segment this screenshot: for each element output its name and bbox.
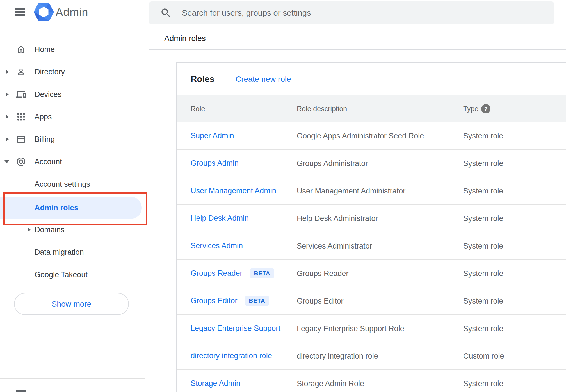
expand-arrow-icon[interactable] [6,92,9,97]
role-description: Groups Reader [297,260,349,287]
role-link[interactable]: Groups Reader [191,269,243,278]
sidebar-item-directory[interactable]: Directory [0,61,145,83]
role-link[interactable]: directory integration role [191,352,272,360]
table-row: Super Admin Google Apps Administrator Se… [177,122,566,150]
role-type: System role [463,315,503,342]
role-description: Legacy Enterprise Support Role [297,315,404,342]
admin-console-screen: Admin Search for users, groups or settin… [0,0,566,392]
beta-badge: BETA [245,296,270,306]
roles-card: Roles Create new role Role Role descript… [176,62,566,392]
sidebar-item-account-settings[interactable]: Account settings [0,173,145,195]
table-header-row: Role Role description Type ? [177,95,566,122]
table-row: Legacy Enterprise Support Legacy Enterpr… [177,315,566,342]
breadcrumb-divider [149,49,566,50]
role-link[interactable]: Legacy Enterprise Support [191,324,280,333]
sidebar-item-account[interactable]: Account [0,151,145,173]
at-sign-icon [16,157,26,167]
sidebar-item-home[interactable]: Home [0,38,145,61]
show-more-button[interactable]: Show more [14,293,129,315]
search-input[interactable]: Search for users, groups or settings [149,1,554,24]
column-header-type: Type [463,95,478,122]
role-description: directory integration role [297,342,378,370]
role-type: System role [463,177,503,205]
role-link[interactable]: User Management Admin [191,186,276,195]
column-header-role: Role [191,95,205,122]
role-type: Custom role [463,342,504,370]
expand-arrow-icon[interactable] [6,115,9,119]
role-description: Google Apps Administrator Seed Role [297,122,424,150]
expand-arrow-icon[interactable] [6,137,9,142]
sidebar-item-data-migration[interactable]: Data migration [0,241,145,263]
table-row: Groups Admin Groups Administrator System… [177,150,566,177]
person-icon [16,67,26,77]
role-description: Groups Editor [297,287,344,315]
table-row: Help Desk Admin Help Desk Administrator … [177,205,566,232]
apps-grid-icon [16,112,26,122]
role-link[interactable]: Storage Admin [191,379,240,388]
create-new-role-link[interactable]: Create new role [236,63,291,95]
role-link[interactable]: Help Desk Admin [191,214,249,223]
table-row: Groups Editor BETA Groups Editor System … [177,287,566,315]
sidebar-item-google-takeout[interactable]: Google Takeout [0,263,145,286]
card-title: Roles [191,63,214,95]
role-type: System role [463,122,503,150]
role-type: System role [463,370,503,392]
credit-card-icon [16,134,26,144]
search-placeholder: Search for users, groups or settings [182,8,311,18]
sidebar-item-billing[interactable]: Billing [0,128,145,151]
sidebar-item-apps[interactable]: Apps [0,106,145,128]
table-row: Groups Reader BETA Groups Reader System … [177,260,566,287]
role-link[interactable]: Super Admin [191,131,234,140]
role-description: User Management Administrator [297,177,405,205]
sidebar-item-devices[interactable]: Devices [0,83,145,106]
collapse-arrow-icon[interactable] [4,160,9,163]
expand-arrow-icon[interactable] [28,227,31,232]
home-icon [16,44,26,54]
role-description: Storage Admin Role [297,370,364,392]
role-type: System role [463,205,503,232]
breadcrumb: Admin roles [164,34,206,43]
role-type: System role [463,260,503,287]
role-link[interactable]: Services Admin [191,241,243,250]
sidebar-partial-icon [16,390,26,392]
roles-card-header: Roles Create new role [177,63,566,95]
role-description: Services Administrator [297,232,372,260]
role-description: Groups Administrator [297,150,368,177]
role-type: System role [463,232,503,260]
role-link[interactable]: Groups Editor [191,297,238,305]
google-admin-logo-icon [33,3,54,22]
sidebar-divider [0,378,145,379]
devices-icon [16,89,26,99]
main-menu-icon[interactable] [15,8,25,16]
table-row: Storage Admin Storage Admin Role System … [177,370,566,392]
role-type: System role [463,150,503,177]
table-body: Super Admin Google Apps Administrator Se… [177,122,566,392]
table-row: directory integration role directory int… [177,342,566,370]
beta-badge: BETA [250,268,275,278]
table-row: User Management Admin User Management Ad… [177,177,566,205]
type-help-icon[interactable]: ? [481,104,490,113]
sidebar-item-admin-roles[interactable]: Admin roles [0,197,142,219]
column-header-description: Role description [297,95,347,122]
search-icon [160,7,172,19]
app-title: Admin [56,6,88,19]
expand-arrow-icon[interactable] [6,70,9,74]
sidebar-item-domains[interactable]: Domains [0,218,145,241]
table-row: Services Admin Services Administrator Sy… [177,232,566,260]
role-link[interactable]: Groups Admin [191,159,239,168]
role-type: System role [463,287,503,315]
role-description: Help Desk Administrator [297,205,378,232]
